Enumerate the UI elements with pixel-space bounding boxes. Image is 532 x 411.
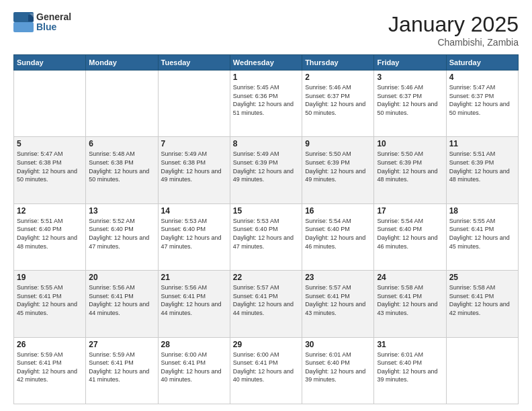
cell-content: Sunrise: 5:53 AMSunset: 6:40 PMDaylight:… (161, 217, 227, 250)
sunset-text: Sunset: 6:41 PM (233, 293, 278, 300)
sunrise-text: Sunrise: 5:49 AM (161, 150, 208, 157)
sunrise-text: Sunrise: 5:56 AM (161, 284, 208, 291)
cell-content: Sunrise: 5:47 AMSunset: 6:38 PMDaylight:… (17, 150, 83, 183)
table-row: 21Sunrise: 5:56 AMSunset: 6:41 PMDayligh… (158, 271, 230, 337)
sunset-text: Sunset: 6:38 PM (89, 159, 134, 166)
logo-general-text: General (36, 12, 71, 22)
day-number: 8 (233, 139, 299, 148)
day-number: 30 (305, 340, 371, 349)
sunset-text: Sunset: 6:38 PM (161, 159, 206, 166)
sunrise-text: Sunrise: 5:58 AM (449, 284, 496, 291)
cell-content: Sunrise: 5:49 AMSunset: 6:39 PMDaylight:… (233, 150, 299, 183)
daylight-text: Daylight: 12 hours and 47 minutes. (161, 234, 222, 250)
table-row: 10Sunrise: 5:50 AMSunset: 6:39 PMDayligh… (374, 137, 446, 203)
day-number: 31 (377, 340, 443, 349)
sunrise-text: Sunrise: 5:47 AM (449, 84, 496, 91)
table-row: 4Sunrise: 5:47 AMSunset: 6:37 PMDaylight… (446, 71, 518, 137)
day-number: 12 (17, 206, 83, 216)
day-number: 20 (89, 273, 154, 282)
sunset-text: Sunset: 6:39 PM (377, 159, 422, 166)
sunset-text: Sunset: 6:40 PM (377, 359, 422, 366)
daylight-text: Daylight: 12 hours and 50 minutes. (305, 101, 365, 116)
sunset-text: Sunset: 6:41 PM (449, 293, 494, 300)
cell-content: Sunrise: 5:51 AMSunset: 6:40 PMDaylight:… (17, 217, 83, 250)
day-number: 28 (161, 340, 227, 349)
sunset-text: Sunset: 6:38 PM (17, 159, 62, 166)
cell-content: Sunrise: 5:46 AMSunset: 6:37 PMDaylight:… (305, 83, 371, 117)
cell-content: Sunrise: 5:56 AMSunset: 6:41 PMDaylight:… (161, 283, 227, 317)
col-saturday: Saturday (446, 55, 518, 71)
day-number: 27 (89, 340, 154, 349)
cell-content: Sunrise: 5:54 AMSunset: 6:40 PMDaylight:… (305, 217, 371, 250)
sunrise-text: Sunrise: 6:01 AM (305, 351, 351, 358)
cell-content: Sunrise: 5:46 AMSunset: 6:37 PMDaylight:… (377, 83, 443, 117)
sunset-text: Sunset: 6:37 PM (305, 93, 350, 99)
sunrise-text: Sunrise: 5:52 AM (89, 218, 135, 224)
table-row: 8Sunrise: 5:49 AMSunset: 6:39 PMDaylight… (230, 137, 302, 203)
sunset-text: Sunset: 6:41 PM (449, 226, 494, 232)
location: Chambishi, Zambia (388, 37, 519, 48)
sunset-text: Sunset: 6:41 PM (305, 293, 350, 300)
day-number: 2 (305, 73, 371, 82)
sunrise-text: Sunrise: 5:58 AM (377, 284, 423, 291)
table-row: 24Sunrise: 5:58 AMSunset: 6:41 PMDayligh… (374, 271, 446, 337)
table-row: 18Sunrise: 5:55 AMSunset: 6:41 PMDayligh… (446, 203, 518, 270)
sunrise-text: Sunrise: 6:00 AM (161, 351, 208, 358)
sunset-text: Sunset: 6:41 PM (161, 359, 206, 366)
cell-content: Sunrise: 6:00 AMSunset: 6:41 PMDaylight:… (161, 351, 227, 384)
cell-content: Sunrise: 5:47 AMSunset: 6:37 PMDaylight:… (449, 83, 515, 117)
cell-content: Sunrise: 5:55 AMSunset: 6:41 PMDaylight:… (17, 283, 83, 317)
table-row: 17Sunrise: 5:54 AMSunset: 6:40 PMDayligh… (374, 203, 446, 270)
daylight-text: Daylight: 12 hours and 43 minutes. (377, 301, 437, 316)
daylight-text: Daylight: 12 hours and 41 minutes. (89, 368, 149, 383)
title-block: January 2025 Chambishi, Zambia (388, 12, 519, 48)
sunset-text: Sunset: 6:41 PM (233, 359, 278, 366)
logo-icon (13, 12, 34, 32)
daylight-text: Daylight: 12 hours and 39 minutes. (305, 368, 365, 383)
calendar-header-row: Sunday Monday Tuesday Wednesday Thursday… (14, 55, 519, 71)
sunrise-text: Sunrise: 5:45 AM (233, 84, 279, 91)
daylight-text: Daylight: 12 hours and 42 minutes. (449, 301, 510, 316)
sunset-text: Sunset: 6:39 PM (233, 159, 278, 166)
calendar-week-row: 5Sunrise: 5:47 AMSunset: 6:38 PMDaylight… (14, 137, 519, 203)
sunrise-text: Sunrise: 5:55 AM (17, 284, 63, 291)
sunrise-text: Sunrise: 5:53 AM (161, 218, 208, 224)
cell-content: Sunrise: 5:57 AMSunset: 6:41 PMDaylight:… (305, 283, 371, 317)
table-row: 30Sunrise: 6:01 AMSunset: 6:40 PMDayligh… (302, 337, 374, 404)
sunrise-text: Sunrise: 5:54 AM (305, 218, 351, 224)
table-row (446, 337, 518, 404)
table-row: 27Sunrise: 5:59 AMSunset: 6:41 PMDayligh… (86, 337, 158, 404)
daylight-text: Daylight: 12 hours and 49 minutes. (233, 168, 294, 183)
daylight-text: Daylight: 12 hours and 49 minutes. (305, 168, 365, 183)
sunrise-text: Sunrise: 5:50 AM (305, 150, 351, 157)
cell-content: Sunrise: 6:01 AMSunset: 6:40 PMDaylight:… (377, 351, 443, 384)
sunset-text: Sunset: 6:40 PM (233, 226, 278, 232)
cell-content: Sunrise: 5:49 AMSunset: 6:38 PMDaylight:… (161, 150, 227, 183)
sunrise-text: Sunrise: 5:54 AM (377, 218, 423, 224)
daylight-text: Daylight: 12 hours and 42 minutes. (17, 368, 77, 383)
calendar-week-row: 26Sunrise: 5:59 AMSunset: 6:41 PMDayligh… (14, 337, 519, 404)
table-row: 14Sunrise: 5:53 AMSunset: 6:40 PMDayligh… (158, 203, 230, 270)
daylight-text: Daylight: 12 hours and 51 minutes. (233, 101, 294, 116)
daylight-text: Daylight: 12 hours and 48 minutes. (17, 234, 77, 250)
daylight-text: Daylight: 12 hours and 48 minutes. (377, 168, 437, 183)
sunrise-text: Sunrise: 5:49 AM (233, 150, 279, 157)
sunset-text: Sunset: 6:40 PM (89, 226, 134, 232)
daylight-text: Daylight: 12 hours and 46 minutes. (305, 234, 365, 250)
day-number: 19 (17, 273, 83, 282)
col-wednesday: Wednesday (230, 55, 302, 71)
daylight-text: Daylight: 12 hours and 43 minutes. (305, 301, 365, 316)
col-thursday: Thursday (302, 55, 374, 71)
cell-content: Sunrise: 5:52 AMSunset: 6:40 PMDaylight:… (89, 217, 154, 250)
calendar-week-row: 12Sunrise: 5:51 AMSunset: 6:40 PMDayligh… (14, 203, 519, 270)
table-row: 6Sunrise: 5:48 AMSunset: 6:38 PMDaylight… (86, 137, 158, 203)
day-number: 17 (377, 206, 443, 216)
daylight-text: Daylight: 12 hours and 44 minutes. (89, 301, 149, 316)
sunrise-text: Sunrise: 5:55 AM (449, 218, 496, 224)
cell-content: Sunrise: 6:01 AMSunset: 6:40 PMDaylight:… (305, 351, 371, 384)
sunrise-text: Sunrise: 5:47 AM (17, 150, 63, 157)
calendar-page: General Blue January 2025 Chambishi, Zam… (0, 0, 532, 411)
calendar-week-row: 19Sunrise: 5:55 AMSunset: 6:41 PMDayligh… (14, 271, 519, 337)
sunset-text: Sunset: 6:41 PM (17, 359, 62, 366)
day-number: 22 (233, 273, 299, 282)
